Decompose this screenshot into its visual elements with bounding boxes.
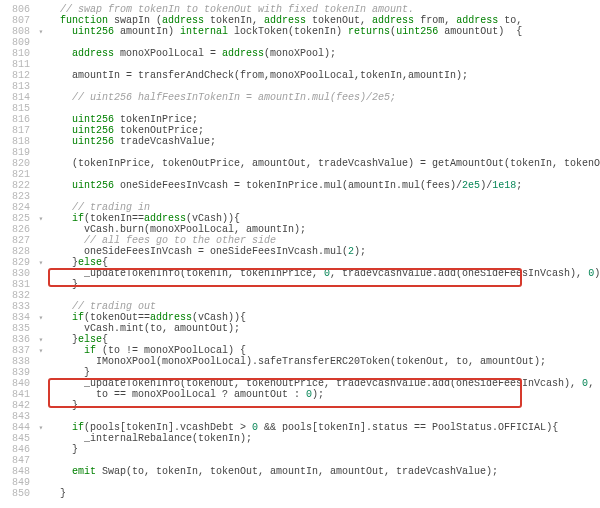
code-line: 814 // uint256 halfFeesInTokenIn = amoun… [2, 92, 600, 103]
token-kw: uint256 [396, 26, 438, 37]
token-plain: monoXPoolLocal = [114, 48, 222, 59]
line-number: 814 [2, 92, 36, 103]
token-kw: uint256 [72, 114, 114, 125]
line-number: 850 [2, 488, 36, 499]
token-plain: lockToken(tokenIn) [228, 26, 348, 37]
token-kw: address [162, 15, 204, 26]
code-content: if(tokenOut==address(vCash)){ [46, 312, 600, 323]
token-plain: oneSideFeesInVcash = oneSideFeesInVcash.… [84, 246, 348, 257]
code-line: 833 // trading out [2, 301, 600, 312]
code-line: 844▾ if(pools[tokenIn].vcashDebt > 0 && … [2, 422, 600, 433]
line-number: 824 [2, 202, 36, 213]
token-kw: returns [348, 26, 390, 37]
code-line: 834▾ if(tokenOut==address(vCash)){ [2, 312, 600, 323]
code-line: 830 _updateTokenInfo(tokenIn, tokenInPri… [2, 268, 600, 279]
line-number: 827 [2, 235, 36, 246]
code-content: _internalRebalance(tokenIn); [46, 433, 600, 444]
code-content: uint256 amountIn) internal lockToken(tok… [46, 26, 600, 37]
token-plain: ); [354, 246, 366, 257]
token-com: // all fees go to the other side [84, 235, 276, 246]
token-kw: uint256 [72, 180, 114, 191]
code-line: 820 (tokenInPrice, tokenOutPrice, amount… [2, 158, 600, 169]
token-plain: , [588, 378, 594, 389]
token-plain: oneSideFeesInVcash = tokenInPrice.mul(am… [114, 180, 456, 191]
code-line: 824 // trading in [2, 202, 600, 213]
token-com: // trading in [72, 202, 150, 213]
token-plain: (vCash)){ [192, 312, 246, 323]
token-plain: (monoXPool); [264, 48, 336, 59]
code-line: 822 uint256 oneSideFeesInVcash = tokenIn… [2, 180, 600, 191]
line-number: 841 [2, 389, 36, 400]
token-kw: address [222, 48, 264, 59]
token-plain: ); [312, 389, 324, 400]
code-content: uint256 tokenInPrice; [46, 114, 600, 125]
token-kw: if [72, 422, 84, 433]
code-content: uint256 tokenOutPrice; [46, 125, 600, 136]
code-line: 825▾ if(tokenIn==address(vCash)){ [2, 213, 600, 224]
line-number: 832 [2, 290, 36, 301]
token-plain: } [72, 279, 78, 290]
token-kw: address [264, 15, 306, 26]
code-content: function swapIn (address tokenIn, addres… [46, 15, 600, 26]
line-number: 849 [2, 477, 36, 488]
code-content: vCash.mint(to, amountOut); [46, 323, 600, 334]
line-number: 831 [2, 279, 36, 290]
line-number: 836 [2, 334, 36, 345]
token-plain: tokenOutPrice; [114, 125, 204, 136]
code-line: 829▾ }else{ [2, 257, 600, 268]
line-number: 846 [2, 444, 36, 455]
code-content: } [46, 279, 600, 290]
line-number: 842 [2, 400, 36, 411]
token-plain: Swap(to, tokenIn, tokenOut, amountIn, am… [96, 466, 498, 477]
line-number: 844 [2, 422, 36, 433]
line-number: 819 [2, 147, 36, 158]
token-kw: emit [72, 466, 96, 477]
fold-gutter[interactable]: ▾ [36, 422, 46, 433]
code-line: 819 [2, 147, 600, 158]
token-plain: && pools[tokenIn].status == PoolStatus.O… [258, 422, 558, 433]
code-editor: 806 // swap from tokenIn to tokenOut wit… [0, 0, 600, 499]
code-content: // trading in [46, 202, 600, 213]
code-line: 823 [2, 191, 600, 202]
fold-gutter[interactable]: ▾ [36, 312, 46, 323]
code-line: 840 _updateTokenInfo(tokenOut, tokenOutP… [2, 378, 600, 389]
token-plain: _updateTokenInfo(tokenOut, tokenOutPrice… [84, 378, 582, 389]
token-kw: address [144, 213, 186, 224]
line-number: 811 [2, 59, 36, 70]
token-com: // trading out [72, 301, 156, 312]
line-number: 826 [2, 224, 36, 235]
token-plain: tokenInPrice; [114, 114, 198, 125]
token-plain: IMonoXPool(monoXPoolLocal).safeTransferE… [96, 356, 546, 367]
line-number: 834 [2, 312, 36, 323]
token-kw: address [372, 15, 414, 26]
fold-gutter[interactable]: ▾ [36, 334, 46, 345]
token-kw: else [78, 257, 102, 268]
code-content: } [46, 367, 600, 378]
code-content: _updateTokenInfo(tokenIn, tokenInPrice, … [46, 268, 600, 279]
code-content: (tokenInPrice, tokenOutPrice, amountOut,… [46, 158, 600, 169]
token-kw: uint256 [72, 26, 114, 37]
token-plain: tradeVcashValue; [114, 136, 216, 147]
token-plain: , tradeVcashValue.add(oneSideFeesInVcash… [330, 268, 588, 279]
token-kw: internal [180, 26, 228, 37]
code-content: } [46, 400, 600, 411]
fold-gutter[interactable]: ▾ [36, 26, 46, 37]
code-content: oneSideFeesInVcash = oneSideFeesInVcash.… [46, 246, 600, 257]
code-line: 828 oneSideFeesInVcash = oneSideFeesInVc… [2, 246, 600, 257]
token-plain: amountOut) { [438, 26, 522, 37]
token-plain: ); [594, 268, 600, 279]
fold-gutter[interactable]: ▾ [36, 257, 46, 268]
code-line: 812 amountIn = transferAndCheck(from,mon… [2, 70, 600, 81]
token-kw: function [60, 15, 108, 26]
code-content: }else{ [46, 257, 600, 268]
code-line: 808▾ uint256 amountIn) internal lockToke… [2, 26, 600, 37]
code-content: // uint256 halfFeesInTokenIn = amountIn.… [46, 92, 600, 103]
fold-gutter[interactable]: ▾ [36, 213, 46, 224]
fold-gutter[interactable]: ▾ [36, 345, 46, 356]
token-plain: vCash.mint(to, amountOut); [84, 323, 240, 334]
code-line: 816 uint256 tokenInPrice; [2, 114, 600, 125]
token-plain: swapIn ( [108, 15, 162, 26]
token-plain: to == monoXPoolLocal ? amountOut : [96, 389, 306, 400]
token-kw: if [72, 312, 84, 323]
line-number: 835 [2, 323, 36, 334]
